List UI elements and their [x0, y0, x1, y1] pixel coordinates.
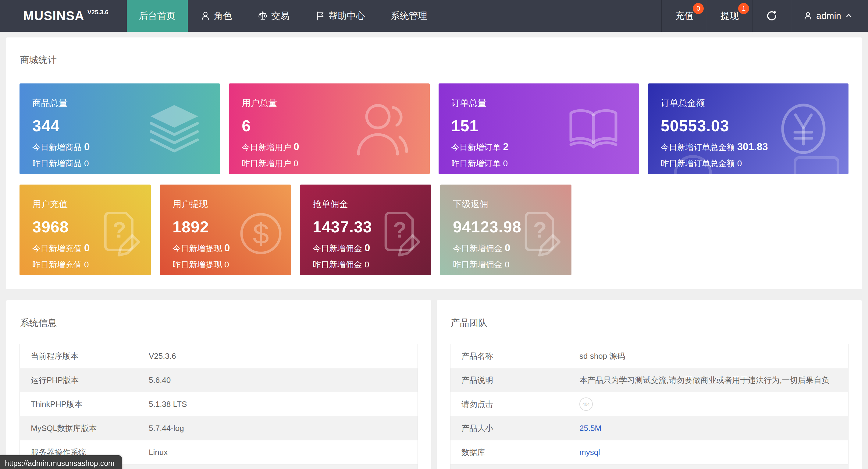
table-row: ThinkPHP版本 5.1.38 LTS — [20, 392, 417, 416]
user-menu-button[interactable]: admin — [791, 0, 868, 32]
username: admin — [816, 11, 841, 21]
row-value: 5.1.38 LTS — [149, 400, 417, 409]
stat-card-orders-total: 订单总量 151 今日新增订单2 昨日新增订单0 — [439, 83, 639, 174]
table-row: 版本 V25.3.6 — [451, 464, 848, 469]
card-today-value: 2 — [503, 141, 509, 152]
person-icon — [803, 11, 812, 21]
nav-item-system[interactable]: 系统管理 — [378, 0, 440, 32]
card-yday-value: 0 — [293, 159, 299, 168]
row-value: 5.6.40 — [149, 375, 417, 385]
nav-item-help[interactable]: 帮助中心 — [302, 0, 378, 32]
row-label: 请勿点击 — [451, 399, 579, 410]
card-yday-value: 0 — [503, 159, 508, 168]
card-today-value: 301.83 — [737, 141, 768, 152]
database-link[interactable]: mysql — [579, 448, 848, 457]
row-label: 当前程序版本 — [20, 351, 149, 362]
nav-item-label: 系统管理 — [391, 10, 427, 22]
nav-item-trade[interactable]: 交易 — [245, 0, 302, 32]
table-row: 请勿点击 404 — [451, 392, 848, 416]
stat-card-users-total: 用户总量 6 今日新增用户0 昨日新增用户0 — [229, 83, 429, 174]
card-today-label: 今日新增商品 — [32, 143, 82, 152]
card-yday-value: 0 — [737, 159, 742, 168]
product-team-title: 产品团队 — [451, 317, 848, 329]
decorative-square — [794, 156, 839, 174]
card-yday-label: 昨日新增佣金 — [313, 260, 362, 269]
nav-item-label: 角色 — [214, 10, 232, 22]
top-navbar: MUSINSA V25.3.6 后台首页 角色 交易 帮助中心 系统管理 充值 … — [0, 0, 868, 32]
bottom-section: 系统信息 当前程序版本 V25.3.6 运行PHP版本 5.6.40 Think… — [6, 300, 862, 469]
card-yday-label: 昨日新增佣金 — [453, 260, 502, 269]
stat-card-grab-commission: 抢单佣金 1437.33 今日新增佣金0 昨日新增佣金0 ? — [300, 185, 431, 275]
withdraw-button[interactable]: 提现 1 — [707, 0, 752, 32]
svg-text:$: $ — [253, 217, 269, 250]
refresh-icon — [766, 10, 777, 22]
row-label: 运行PHP版本 — [20, 375, 149, 386]
svg-text:?: ? — [533, 218, 547, 242]
table-row: 当前程序版本 V25.3.6 — [20, 344, 417, 368]
row-value: 404 — [579, 397, 848, 411]
system-info-title: 系统信息 — [20, 317, 418, 329]
book-icon — [566, 104, 621, 153]
status-url-tooltip: https://admin.musunsashop.com — [0, 455, 122, 469]
scales-icon — [258, 11, 268, 21]
stat-card-user-withdraw: 用户提现 1892 今日新增提现0 昨日新增提现0 $ — [160, 185, 291, 275]
row-value: sd shop 源码 — [579, 351, 848, 362]
card-title: 下级返佣 — [453, 198, 571, 210]
stat-card-user-recharge: 用户充值 3968 今日新增充值0 昨日新增充值0 ? — [20, 185, 151, 275]
nav-item-roles[interactable]: 角色 — [188, 0, 245, 32]
stat-card-order-amount: 订单总金额 50553.03 今日新增订单总金额301.83 昨日新增订单总金额… — [648, 83, 848, 174]
doc-question-icon: ? — [378, 211, 424, 257]
card-today-label: 今日新增充值 — [32, 244, 82, 253]
refresh-button[interactable] — [752, 0, 791, 32]
nav-item-dashboard[interactable]: 后台首页 — [127, 0, 188, 32]
stat-card-sub-rebate: 下级返佣 94123.98 今日新增佣金0 昨日新增佣金0 ? — [440, 185, 571, 275]
yen-icon — [777, 103, 830, 155]
nav-item-label: 帮助中心 — [329, 10, 365, 22]
doc-question-icon: ? — [519, 211, 564, 257]
card-title: 用户充值 — [32, 198, 151, 210]
card-yday-label: 昨日新增商品 — [32, 159, 82, 168]
broken-image-404-badge: 404 — [579, 397, 593, 411]
row-label: MySQL数据库版本 — [20, 423, 149, 434]
stats-title: 商城统计 — [20, 54, 848, 66]
layers-icon — [147, 103, 202, 155]
nav-item-label: 交易 — [271, 10, 289, 22]
row-value: 本产品只为学习测试交流,请勿要做商业或者用于违法行为,一切后果自负 — [579, 375, 848, 386]
main-menu: 后台首页 角色 交易 帮助中心 系统管理 — [127, 0, 662, 32]
dollar-icon: $ — [238, 211, 284, 257]
stats-section: 商城统计 商品总量 344 今日新增商品0 昨日新增商品0 用户总量 6 今日新… — [6, 37, 862, 289]
row-label: 产品名称 — [451, 351, 579, 362]
recharge-button[interactable]: 充值 0 — [661, 0, 707, 32]
navbar-actions: 充值 0 提现 1 admin — [661, 0, 868, 32]
card-today-label: 今日新增佣金 — [313, 244, 362, 253]
app-logo: MUSINSA V25.3.6 — [0, 0, 127, 32]
person-icon — [200, 11, 210, 21]
card-today-value: 0 — [224, 242, 230, 254]
row-label: 数据库 — [451, 447, 579, 458]
card-yday-value: 0 — [505, 260, 509, 269]
nav-item-label: 后台首页 — [139, 10, 176, 22]
card-yday-value: 0 — [84, 159, 89, 168]
flag-icon — [315, 11, 325, 21]
card-yday-value: 0 — [224, 260, 229, 269]
stat-card-goods-total: 商品总量 344 今日新增商品0 昨日新增商品0 — [20, 83, 220, 174]
card-title: 用户提现 — [173, 198, 291, 210]
product-team-section: 产品团队 产品名称 sd shop 源码 产品说明 本产品只为学习测试交流,请勿… — [437, 300, 862, 469]
product-team-table: 产品名称 sd shop 源码 产品说明 本产品只为学习测试交流,请勿要做商业或… — [450, 344, 848, 469]
row-value: Linux — [149, 448, 417, 457]
card-today-value: 0 — [84, 242, 90, 254]
logo-version: V25.3.6 — [88, 9, 108, 16]
chevron-up-icon — [845, 12, 853, 20]
card-today-value: 0 — [505, 242, 510, 254]
main-content: 商城统计 商品总量 344 今日新增商品0 昨日新增商品0 用户总量 6 今日新… — [6, 37, 862, 469]
system-info-table: 当前程序版本 V25.3.6 运行PHP版本 5.6.40 ThinkPHP版本… — [20, 344, 418, 469]
card-today-value: 0 — [365, 242, 370, 254]
doc-question-icon: ? — [98, 211, 144, 257]
table-row: 产品大小 25.5M — [451, 416, 848, 440]
card-yday-label: 昨日新增订单 — [452, 159, 501, 168]
recharge-badge: 0 — [693, 3, 704, 14]
card-today-label: 今日新增订单总金额 — [661, 143, 735, 152]
card-yday-label: 昨日新增充值 — [32, 260, 82, 269]
table-row: 产品说明 本产品只为学习测试交流,请勿要做商业或者用于违法行为,一切后果自负 — [451, 368, 848, 392]
product-size-link[interactable]: 25.5M — [579, 424, 848, 433]
